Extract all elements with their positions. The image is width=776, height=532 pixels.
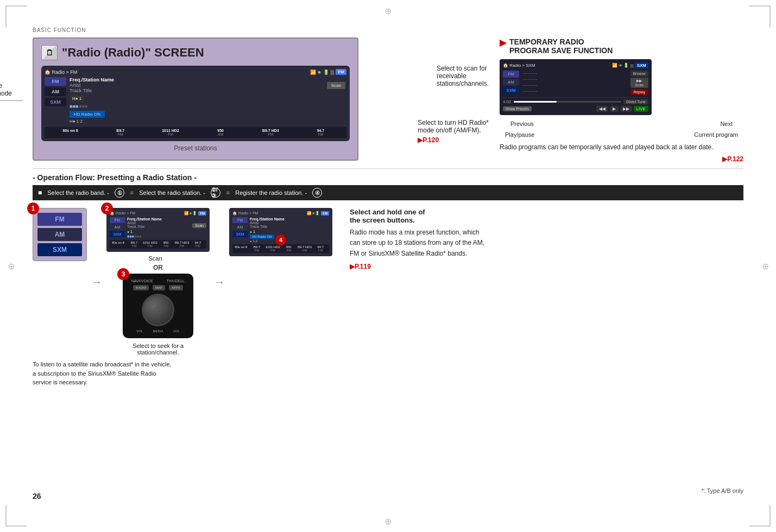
hd-label: H● 1	[70, 95, 84, 102]
fm-left-tabs: FM AM SXM	[45, 77, 66, 125]
preset-5[interactable]: B9.7 HD3 FM	[247, 129, 295, 136]
scan-callout: Select to scan for receivable stations/c…	[437, 65, 489, 87]
sxm-time: 4:02	[503, 99, 512, 104]
step3-text: Register the radio station. -	[235, 189, 307, 196]
corner-mark-bl	[5, 505, 27, 527]
scan-button[interactable]: Scan	[327, 82, 345, 89]
sxm-replay-btn[interactable]: Replay	[630, 89, 648, 95]
step3-num: ④	[312, 188, 322, 198]
radio-icon: 🗒	[41, 45, 58, 60]
fm-screen: 🏠 Radio > FM 📶 ★ 🔋 ||| FM FM AM	[41, 66, 350, 141]
play-pause-label: Play/pause	[505, 131, 534, 138]
step1-arrow: →	[91, 276, 102, 288]
preset-1[interactable]: 80s on 8	[46, 129, 94, 136]
preset-2[interactable]: B9.7 FM	[96, 129, 144, 136]
step4-badge: 4	[275, 235, 286, 245]
direct-tune-btn[interactable]: Direct Tune	[623, 99, 648, 104]
step1-num: ①	[115, 188, 124, 198]
bottom-steps-row: 1 FM AM SXM → 2 🏠 Radio > FM 📶★🔋	[33, 208, 743, 356]
band-fm[interactable]: FM	[37, 213, 82, 226]
sxm-list: ············ ············ ············ ·…	[521, 71, 628, 95]
temp-radio-title1: TEMPORARY RADIO	[509, 37, 613, 46]
show-presets-btn[interactable]: Show Presets	[503, 106, 532, 111]
hw-panel: NAVI/VOICE THX/DELL RADIO MAP APPS ⊙ VOL…	[123, 274, 193, 338]
select-hold-text: Select and hold one of the screen button…	[350, 208, 485, 224]
hw-map-btn[interactable]: MAP	[153, 285, 165, 290]
sxm-tab-sxm[interactable]: SXM	[503, 87, 519, 94]
previous-label: Previous	[510, 121, 534, 127]
corner-mark-br	[749, 505, 771, 527]
step2-scan-button[interactable]: Scan	[192, 223, 206, 228]
step1-column: 1 FM AM SXM	[33, 208, 87, 261]
operation-title: - Operation Flow: Presetting a Radio Sta…	[33, 173, 743, 182]
crosshair-left: ⊕	[5, 261, 16, 271]
sxm-screen-labels2: Play/pause Current program	[500, 131, 743, 138]
right-info-column: Select and hold one of the screen button…	[350, 208, 485, 270]
step4-column: 🏠 Radio > FM 📶★🔋 FM FM AM SXM	[229, 208, 332, 256]
step2-text: Select the radio station. -	[139, 189, 205, 196]
temp-radio-section: ▶ TEMPORARY RADIO PROGRAM SAVE FUNCTION …	[500, 37, 743, 163]
step2-arrow: →	[214, 276, 225, 288]
band-sxm[interactable]: SXM	[37, 243, 82, 256]
sxm-scan-btn[interactable]: ▶▶Scan	[630, 78, 648, 88]
sxm-screen: 🏠 Radio > SXM 📶 ★ 🔋 ||| SXM FM AM SXM	[500, 59, 652, 115]
step3-area: 3 NAVI/VOICE THX/DELL RADIO MAP APPS ⊙	[123, 274, 193, 338]
radio-screen-box: 🗒 "Radio (Radio)" SCREEN 🏠 Radio > FM 📶 …	[33, 37, 358, 161]
page-number: 26	[33, 492, 41, 501]
play-btn[interactable]: ▶	[610, 106, 619, 112]
section-label: BASIC FUNCTION	[33, 27, 743, 33]
divider-line	[33, 168, 743, 169]
fm-tab-am[interactable]: AM	[45, 87, 66, 96]
sxm-screen-labels: Previous Next	[500, 121, 743, 127]
screen-title: 🗒 "Radio (Radio)" SCREEN	[41, 45, 350, 60]
sxm-badge: SXM	[635, 62, 648, 68]
hd-radio-on-btn[interactable]: HD Radio ON	[70, 111, 105, 118]
step1-text: Select the radio band. -	[47, 189, 109, 196]
fm-tab-sxm[interactable]: SXM	[45, 98, 66, 106]
sxm-browse-btn[interactable]: Browse	[630, 71, 648, 77]
fm-screen-header: 🏠 Radio > FM 📶 ★ 🔋 ||| FM	[45, 69, 346, 75]
corner-mark-tr	[749, 5, 771, 27]
preset-4[interactable]: 950 AM	[197, 129, 245, 136]
step2-column: 2 🏠 Radio > FM 📶★🔋 FM FM AM	[106, 208, 210, 356]
scan-label-step2: Scan	[148, 255, 167, 262]
change-radio-mode-label: Change radio mode	[0, 82, 23, 101]
preset-bar: 80s on 8 B9.7 FM 1011 HD2 FM 9	[45, 127, 346, 138]
temp-radio-info: Radio programs can be temporarily saved …	[500, 142, 743, 153]
sxm-tab-am[interactable]: AM	[503, 79, 519, 86]
fm-badge: FM	[336, 69, 346, 75]
next-label: Next	[720, 121, 733, 127]
hw-radio-btn[interactable]: RADIO	[133, 285, 149, 290]
fm-main-content: Freq./Station Name Artist Track Title H●…	[70, 77, 346, 125]
sxm-tab-fm[interactable]: FM	[503, 71, 519, 78]
temp-radio-page-ref: ▶P.122	[722, 155, 743, 163]
preset-6[interactable]: 94.7 FM	[296, 129, 345, 136]
footnote: *: Type A/B only	[702, 487, 743, 494]
main-screen-title: "Radio (Radio)" SCREEN	[62, 46, 204, 60]
progress-dots: ■■■ ■■■	[70, 104, 346, 109]
crosshair-right: ⊕	[760, 261, 771, 271]
live-btn[interactable]: LIVE	[634, 106, 648, 112]
hd-radio-2: H● 1 2	[70, 119, 346, 124]
bands-mockup: FM AM SXM	[33, 208, 87, 261]
temp-radio-title2: PROGRAM SAVE FUNCTION	[509, 46, 613, 55]
band-am[interactable]: AM	[37, 228, 82, 241]
step2-num: ②/③	[211, 188, 220, 198]
hd-radio-callout: Select to turn HD Radio* mode on/off (AM…	[418, 119, 489, 144]
preset-3[interactable]: 1011 HD2 FM	[146, 129, 194, 136]
mix-info-text: Radio mode has a mix preset function, wh…	[350, 227, 485, 259]
fm-screen-step2: 🏠 Radio > FM 📶★🔋 FM FM AM SXM	[106, 208, 210, 252]
fm-tab-fm[interactable]: FM	[45, 77, 66, 86]
corner-mark-tl	[5, 5, 27, 27]
current-program-label: Current program	[694, 131, 738, 138]
operation-steps-bar: ■ Select the radio band. - ① ■ Select th…	[33, 185, 743, 200]
hw-apps-btn[interactable]: APPS	[169, 285, 183, 290]
crosshair-bottom: ⊕	[383, 516, 394, 527]
hw-main-knob[interactable]: ⊙	[142, 294, 174, 326]
hd-page-ref: ▶P.120	[418, 136, 439, 144]
preset-stations-label: Preset stations	[41, 144, 350, 152]
satellite-note: To listen to a satellite radio broadcast…	[33, 360, 174, 387]
prev-btn[interactable]: ◀◀	[596, 106, 608, 112]
next-btn[interactable]: ▶▶	[620, 106, 632, 112]
bottom-page-ref: ▶P.119	[350, 263, 371, 270]
